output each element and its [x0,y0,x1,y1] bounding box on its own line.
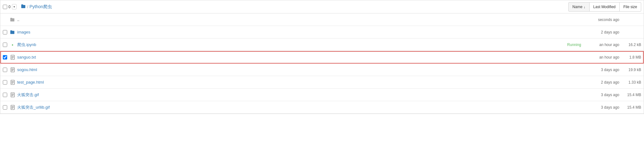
table-row[interactable]: test_page.html 2 days ago 1.33 kB [0,76,644,89]
modified-time: 3 days ago [585,105,619,110]
table-row[interactable]: ▪ 爬虫.ipynb Running an hour ago 16.2 kB [0,39,644,51]
file-name-link[interactable]: sogou.html [17,67,301,72]
select-all-area[interactable]: 0 ▾ [3,4,17,9]
breadcrumb-folder-link[interactable]: Python爬虫 [29,4,52,10]
file-size: 15.4 MB [619,93,641,97]
header-right: Name ↓ Last Modified File size [568,2,641,12]
modified-time: an hour ago [585,43,619,47]
modified-time: 3 days ago [585,93,619,97]
sort-last-modified-button[interactable]: Last Modified [590,2,619,12]
file-size: 19.9 kB [619,68,641,72]
table-row[interactable]: 火狐突击_urllib.gif 3 days ago 15.4 MB [0,101,644,114]
file-icon [10,92,15,98]
breadcrumb: / Python爬虫 [21,4,52,10]
modified-time: 2 days ago [585,80,619,85]
table-row[interactable]: .. seconds ago [0,13,644,26]
sort-name-button[interactable]: Name ↓ [568,2,590,12]
table-row[interactable]: sanguo.txt an hour ago 1.8 MB [0,51,644,64]
file-name-link[interactable]: sanguo.txt [17,55,301,59]
folder-icon [21,4,26,10]
select-dropdown[interactable]: ▾ [12,4,17,9]
table-row[interactable]: 火狐突击.gif 3 days ago 15.4 MB [0,89,644,101]
folder-icon [10,29,15,35]
file-icon [10,54,15,60]
sort-name-label: Name [572,5,582,9]
modified-time: seconds ago [585,18,619,22]
file-icon [10,105,15,110]
sort-file-size-label: File size [623,5,637,9]
notebook-icon: ▪ [10,42,15,48]
file-name-link[interactable]: 爬虫.ipynb [17,42,292,48]
sort-file-size-button[interactable]: File size [619,2,641,12]
row-checkbox[interactable] [3,30,7,34]
row-checkbox[interactable] [3,80,7,85]
selected-count: 0 [8,5,11,9]
sort-last-modified-label: Last Modified [593,5,616,9]
file-icon [10,80,15,85]
breadcrumb-separator: / [27,4,28,9]
row-checkbox[interactable] [3,105,7,110]
folder-up-icon [10,17,15,23]
row-checkbox[interactable] [3,55,7,59]
select-all-checkbox[interactable] [3,5,7,9]
file-size: 1.8 MB [619,55,641,59]
file-icon [10,67,15,73]
file-name-link[interactable]: test_page.html [17,80,301,85]
file-name-link[interactable]: 火狐突击.gif [17,92,301,98]
modified-time: 3 days ago [585,68,619,72]
modified-time: 2 days ago [585,30,619,34]
file-name-link[interactable]: images [17,30,301,34]
file-browser: 0 ▾ / Python爬虫 Name ↓ Last Modified File… [0,0,644,114]
file-size: 15.4 MB [619,105,641,110]
row-checkbox[interactable] [3,93,7,97]
sort-name-arrow: ↓ [584,5,586,9]
table-row[interactable]: sogou.html 3 days ago 19.9 kB [0,64,644,76]
file-name-link[interactable]: 火狐突击_urllib.gif [17,105,301,110]
modified-time: an hour ago [585,55,619,59]
header-left: 0 ▾ / Python爬虫 [3,4,568,10]
header-row: 0 ▾ / Python爬虫 Name ↓ Last Modified File… [0,0,644,13]
table-row[interactable]: images 2 days ago [0,26,644,39]
file-list: .. seconds ago images 2 days ago ▪ 爬虫.ip… [0,13,644,114]
row-checkbox[interactable] [3,43,7,47]
file-size: 1.33 kB [619,80,641,85]
running-badge: Running [567,43,581,47]
row-checkbox[interactable] [3,68,7,72]
file-size: 16.2 kB [619,43,641,47]
file-name: .. [17,17,301,22]
